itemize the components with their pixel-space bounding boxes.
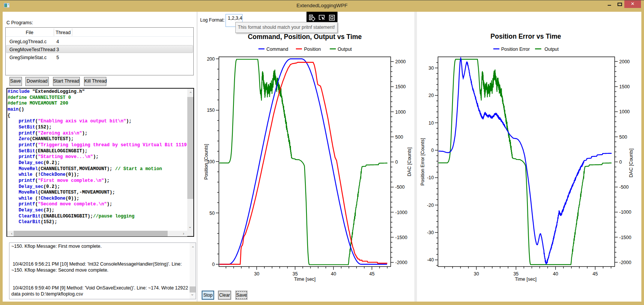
svg-text:50: 50 (210, 211, 215, 216)
svg-text:30: 30 (254, 271, 259, 277)
svg-text:500: 500 (619, 135, 627, 140)
svg-text:40: 40 (553, 271, 558, 277)
svg-text:-2000: -2000 (395, 260, 408, 265)
svg-text:100: 100 (207, 159, 215, 164)
svg-text:40: 40 (331, 271, 336, 277)
svg-text:1000: 1000 (619, 109, 630, 114)
svg-text:500: 500 (395, 135, 403, 140)
svg-text:-1000: -1000 (395, 210, 408, 215)
svg-text:45: 45 (369, 271, 375, 277)
svg-text:DAC [Counts]: DAC [Counts] (407, 147, 412, 176)
svg-text:1000: 1000 (395, 109, 406, 115)
svg-text:Output: Output (338, 47, 352, 52)
svg-text:Position: Position (304, 47, 321, 52)
svg-text:0: 0 (212, 262, 215, 267)
svg-text:-1000: -1000 (619, 210, 632, 215)
svg-text:Command, Position, Output vs T: Command, Position, Output vs Time (248, 33, 362, 41)
svg-text:1500: 1500 (395, 84, 406, 89)
svg-text:-500: -500 (619, 185, 629, 190)
svg-text:Position Error: Position Error (501, 47, 530, 52)
svg-text:0: 0 (619, 160, 622, 165)
svg-text:45: 45 (593, 271, 598, 277)
svg-text:-40: -40 (427, 257, 434, 263)
svg-text:0: 0 (431, 148, 434, 153)
svg-text:-20: -20 (427, 203, 434, 208)
svg-text:0: 0 (395, 160, 398, 165)
svg-text:10: 10 (429, 120, 434, 126)
svg-text:Output: Output (544, 47, 559, 52)
svg-text:2000: 2000 (395, 59, 406, 64)
svg-text:20: 20 (429, 93, 434, 98)
svg-text:-500: -500 (395, 185, 405, 190)
svg-text:-2000: -2000 (619, 260, 632, 265)
svg-text:Position Error [Counts]: Position Error [Counts] (420, 138, 425, 186)
svg-text:Time [sec]: Time [sec] (294, 277, 316, 282)
svg-text:-30: -30 (427, 230, 434, 235)
svg-text:-10: -10 (427, 175, 434, 180)
svg-text:30: 30 (474, 271, 479, 277)
svg-text:2000: 2000 (619, 59, 630, 64)
svg-text:DAC [Counts]: DAC [Counts] (628, 149, 634, 177)
svg-text:200: 200 (207, 56, 215, 62)
svg-text:-1500: -1500 (395, 235, 408, 240)
svg-text:30: 30 (429, 66, 434, 71)
svg-text:-1500: -1500 (619, 235, 632, 240)
svg-text:35: 35 (513, 271, 519, 277)
svg-text:Position Error vs Time: Position Error vs Time (490, 33, 561, 40)
svg-text:Command: Command (266, 47, 288, 52)
svg-text:1500: 1500 (619, 84, 630, 89)
svg-text:Time [sec]: Time [sec] (515, 277, 537, 282)
svg-text:150: 150 (207, 108, 215, 113)
svg-text:35: 35 (292, 271, 298, 277)
